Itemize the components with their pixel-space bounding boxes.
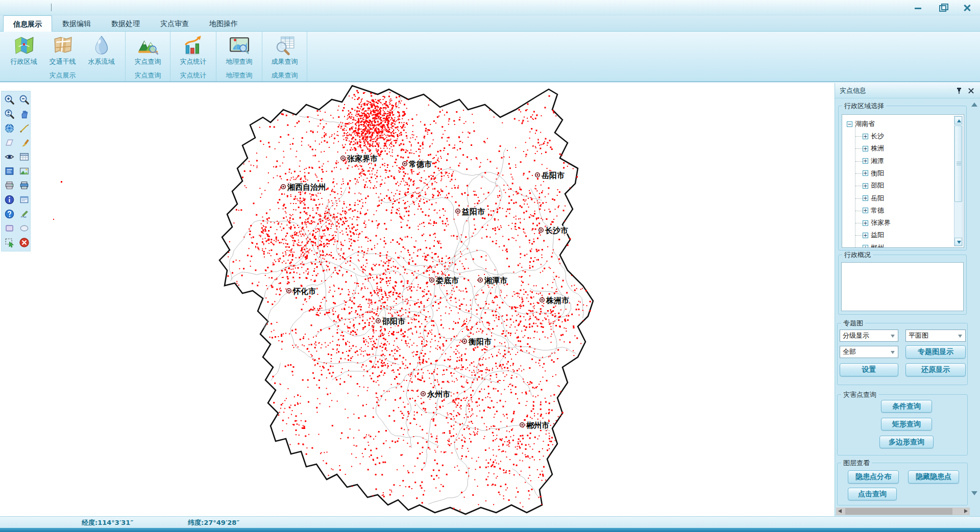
tab-4[interactable]: 地图操作 — [199, 15, 248, 32]
tree-node-9[interactable]: +郴州 — [863, 242, 884, 248]
tree-node-3[interactable]: +衡阳 — [863, 168, 884, 179]
tree-scrollbar[interactable] — [954, 116, 963, 246]
expand-icon[interactable]: + — [863, 146, 868, 151]
tree-node-4[interactable]: +邵阳 — [863, 180, 884, 191]
panel-close-icon[interactable] — [967, 87, 975, 95]
tab-1[interactable]: 数据编辑 — [52, 15, 101, 32]
image-icon[interactable] — [17, 165, 31, 178]
minimize-button[interactable] — [913, 3, 924, 12]
expand-icon[interactable]: + — [863, 220, 868, 226]
expand-icon[interactable]: + — [863, 183, 868, 189]
polygon-query-button[interactable]: 多边形查询 — [879, 436, 934, 448]
hide-hazard-button[interactable]: 隐藏隐患点 — [908, 470, 959, 484]
help-icon[interactable] — [3, 208, 16, 220]
tree-node-root[interactable]: −湖南省 — [847, 118, 875, 130]
expand-icon[interactable]: + — [863, 208, 868, 213]
eye-icon[interactable] — [3, 150, 16, 163]
tree-node-1[interactable]: +株洲 — [863, 143, 884, 154]
tree-node-5[interactable]: +岳阳 — [863, 193, 884, 204]
tree-node-2[interactable]: +湘潭 — [863, 156, 884, 167]
settings-button[interactable]: 设置 — [840, 363, 898, 376]
zoom-extent-icon[interactable] — [3, 108, 16, 120]
scroll-up-icon[interactable] — [954, 116, 962, 124]
tree-node-6[interactable]: +常德 — [863, 205, 884, 216]
collapse-icon[interactable]: − — [847, 121, 852, 127]
expand-icon[interactable]: + — [863, 233, 868, 238]
printer-icon[interactable] — [3, 179, 16, 192]
traffic-map-button[interactable]: 交通干线 — [43, 35, 82, 70]
rectangle-query-button[interactable]: 矩形查询 — [881, 418, 932, 430]
hazard-distribution-button[interactable]: 隐患点分布 — [848, 470, 899, 484]
expand-icon[interactable]: + — [863, 170, 868, 176]
thematic-scope-select[interactable]: 全部 — [840, 346, 898, 358]
rect-select-icon[interactable] — [3, 222, 16, 235]
brush-icon[interactable] — [17, 136, 31, 149]
thematic-scope-value: 全部 — [843, 348, 856, 356]
ribbon-button-label: 行政区域 — [11, 57, 37, 66]
hunan-map[interactable]: 张家界市常德市岳阳市湘西自治州益阳市长沙市娄底市湘潭市怀化市株洲市邵阳市衡阳市永… — [0, 83, 835, 516]
marquee-select-icon[interactable] — [3, 236, 16, 249]
geo-query-button[interactable]: 地理查询 — [220, 35, 259, 70]
restore-button[interactable] — [937, 3, 948, 12]
geo-query-icon — [229, 35, 250, 56]
click-query-button[interactable]: 点击查询 — [848, 488, 897, 500]
ellipse-select-icon[interactable] — [17, 222, 31, 235]
pin-icon[interactable] — [955, 87, 963, 95]
restore-display-button[interactable]: 还原显示 — [905, 363, 966, 376]
tab-3[interactable]: 灾点审查 — [150, 15, 199, 32]
chevron-down-icon — [891, 335, 895, 338]
results-query-button[interactable]: 成果查询 — [265, 35, 304, 70]
form-icon[interactable] — [3, 165, 16, 178]
tree-node-7[interactable]: +张家界 — [863, 217, 891, 229]
region-map-button[interactable]: 行政区域 — [5, 35, 43, 70]
tree-node-8[interactable]: +益阳 — [863, 230, 884, 241]
scroll-right-icon[interactable] — [964, 509, 968, 513]
measure-icon[interactable] — [17, 122, 31, 135]
grid-icon[interactable] — [17, 150, 31, 163]
delete-icon[interactable] — [17, 236, 31, 249]
thematic-show-button[interactable]: 专题图显示 — [905, 345, 966, 359]
city-label: 岳阳市 — [541, 171, 565, 180]
shape-icon[interactable] — [3, 136, 16, 149]
tab-0[interactable]: 信息展示 — [3, 15, 52, 32]
overview-textbox[interactable] — [841, 262, 964, 311]
status-bar: 经度:114°3′31″ 纬度:27°49′28″ — [0, 516, 980, 528]
globe-icon[interactable] — [3, 122, 16, 135]
panel-horizontal-scrollbar[interactable] — [836, 508, 970, 515]
disaster-query-button[interactable]: 灾点查询 — [129, 35, 167, 70]
water-drop-button[interactable]: 水系流域 — [82, 35, 121, 70]
thematic-type-select[interactable]: 平面图 — [905, 330, 966, 342]
tree-node-0[interactable]: +长沙 — [863, 131, 884, 142]
panel-icon[interactable] — [17, 193, 31, 206]
ribbon: 行政区域交通干线水系流域灾点展示灾点查询灾点查询灾点统计灾点统计地理查询地理查询… — [0, 32, 980, 82]
hscroll-thumb[interactable] — [845, 508, 952, 515]
city-label: 长沙市 — [545, 226, 568, 235]
info-icon[interactable] — [3, 193, 16, 206]
scroll-down-icon[interactable] — [971, 491, 977, 495]
expand-icon[interactable]: + — [863, 158, 868, 164]
condition-query-button[interactable]: 条件查询 — [881, 400, 932, 413]
close-button[interactable] — [962, 3, 973, 12]
tree-node-label: 湘潭 — [871, 157, 884, 166]
zoom-out-icon[interactable] — [17, 93, 31, 106]
expand-icon[interactable]: + — [863, 134, 868, 139]
scroll-up-icon[interactable] — [971, 103, 977, 107]
panel-title: 灾点信息 — [840, 87, 866, 94]
tree-scroll-thumb[interactable] — [954, 125, 962, 202]
expand-icon[interactable]: + — [863, 195, 868, 201]
thematic-mode-select[interactable]: 分级显示 — [840, 330, 898, 342]
disaster-stats-button[interactable]: 灾点统计 — [174, 35, 213, 70]
pan-icon[interactable] — [17, 108, 31, 120]
scroll-down-icon[interactable] — [954, 238, 962, 246]
tree-node-label: 益阳 — [871, 231, 884, 240]
tree-connector — [855, 161, 863, 162]
expand-icon[interactable]: + — [863, 245, 868, 248]
scroll-left-icon[interactable] — [838, 509, 842, 513]
panel-vertical-scrollbar[interactable] — [970, 100, 979, 506]
printer-color-icon[interactable] — [17, 179, 31, 192]
tab-2[interactable]: 数据处理 — [101, 15, 150, 32]
zoom-in-icon[interactable] — [3, 93, 16, 106]
sketch-icon[interactable] — [17, 208, 31, 220]
map-area[interactable]: 张家界市常德市岳阳市湘西自治州益阳市长沙市娄底市湘潭市怀化市株洲市邵阳市衡阳市永… — [0, 83, 980, 516]
map-toolbar — [1, 91, 31, 251]
